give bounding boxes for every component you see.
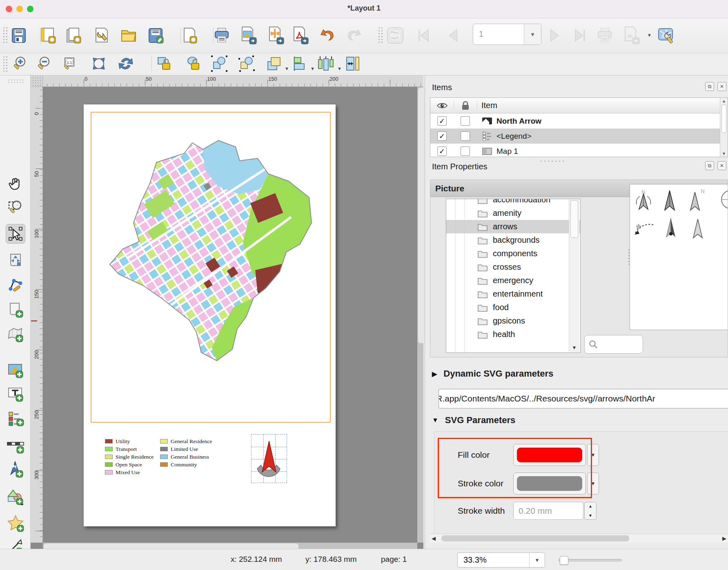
visibility-checkbox[interactable]: ✓ (437, 131, 447, 141)
svg-thumb-compass-rose[interactable] (711, 188, 728, 213)
tree-item-components[interactable]: components (446, 247, 580, 260)
lock-checkbox[interactable] (461, 131, 470, 141)
unlock-all-button[interactable] (185, 55, 203, 73)
items-row-north-arrow[interactable]: ✓ North Arrow (430, 113, 720, 129)
add-page-button[interactable] (6, 300, 25, 320)
layout-manager-button[interactable] (92, 26, 111, 45)
zoom-tool[interactable] (6, 197, 25, 217)
north-arrow-item[interactable] (251, 434, 287, 483)
panel-splitter[interactable] (539, 160, 564, 163)
tree-item-crosses[interactable]: crosses (446, 260, 580, 274)
chevron-down-icon[interactable]: ▼ (524, 24, 541, 44)
redo-button[interactable] (345, 26, 365, 45)
save-as-template-button[interactable] (146, 26, 165, 45)
add-marker-button[interactable] (6, 514, 25, 533)
distribute-items-button[interactable] (317, 55, 335, 73)
group-items-button[interactable] (210, 55, 228, 73)
save-project-button[interactable] (9, 26, 29, 45)
stroke-width-spinner[interactable]: ▲▼ (584, 502, 597, 520)
open-template-button[interactable] (119, 26, 138, 45)
export-svg-button[interactable] (266, 26, 285, 45)
stroke-color-button[interactable] (513, 472, 586, 495)
toolbar-grip[interactable] (2, 55, 8, 72)
duplicate-layout-button[interactable] (63, 26, 83, 45)
align-items-button[interactable] (291, 55, 309, 73)
zoom-actual-size-button[interactable]: 1:1 (61, 55, 79, 73)
zoom-full-button[interactable] (90, 55, 108, 73)
resize-items-button[interactable] (343, 55, 361, 73)
properties-horizontal-scrollbar[interactable]: ◀ ▶ (430, 534, 728, 543)
scroll-up-icon[interactable]: ▲ (720, 99, 728, 103)
scroll-right-icon[interactable]: ▶ (722, 535, 726, 541)
lock-checkbox[interactable] (461, 116, 470, 126)
svg-parameters-header[interactable]: ▼ SVG Parameters (432, 415, 515, 426)
canvas-vertical-scrollbar[interactable] (417, 87, 423, 543)
add-label-button[interactable] (6, 384, 25, 404)
stroke-width-field[interactable]: 0.20 mm (513, 502, 583, 520)
chevron-down-icon[interactable]: ▼ (647, 33, 652, 38)
ungroup-items-button[interactable] (238, 55, 256, 73)
float-panel-icon[interactable]: ⧉ (705, 161, 714, 170)
print-button[interactable] (212, 26, 232, 45)
float-panel-icon[interactable]: ⧉ (705, 82, 714, 91)
last-feature-button[interactable] (570, 26, 590, 45)
visibility-checkbox[interactable]: ✓ (437, 146, 447, 156)
scroll-down-icon[interactable]: ▼ (720, 151, 728, 156)
export-image-button[interactable] (238, 26, 258, 45)
toolbar-grip[interactable] (378, 27, 383, 44)
svg-folder-tree[interactable]: accommodation amenity arrows backgrounds… (446, 199, 581, 353)
zoom-slider[interactable] (559, 559, 622, 561)
zoom-out-button[interactable] (35, 55, 53, 73)
svg-thumb-arrow-outline[interactable] (686, 216, 709, 242)
close-panel-icon[interactable]: ✕ (717, 161, 726, 170)
layout-canvas[interactable]: 0 50 100 150 200 0 50 100 150 200 250 30… (31, 75, 423, 549)
svg-thumb-dashed-curve-arrow[interactable] (632, 216, 655, 242)
add-picture-button[interactable] (6, 361, 25, 380)
add-scalebar-button[interactable] (6, 436, 25, 456)
tree-item-entertainment[interactable]: entertainment (446, 287, 580, 301)
zoom-slider-knob[interactable] (560, 556, 568, 565)
tree-item-accommodation[interactable]: accommodation (446, 199, 580, 206)
items-list[interactable]: Item ✓ North Arrow ✓ <Legend> ✓ Map 1 (430, 98, 728, 157)
print-atlas-button[interactable] (595, 26, 614, 45)
fill-color-button[interactable] (513, 444, 586, 466)
undo-button[interactable] (317, 26, 336, 45)
export-atlas-button[interactable] (621, 26, 641, 45)
raise-items-button[interactable] (265, 55, 283, 73)
add-map-button[interactable] (6, 325, 25, 344)
layout-page[interactable]: Utility Transport Single Residence Open … (84, 104, 336, 526)
tree-item-arrows[interactable]: arrows (446, 220, 580, 233)
items-row-legend[interactable]: ✓ <Legend> (430, 129, 720, 144)
canvas-horizontal-scrollbar[interactable] (43, 543, 417, 549)
dynamic-svg-parameters-header[interactable]: ▶ Dynamic SVG parameters (432, 368, 553, 379)
svg-path-field[interactable]: R.app/Contents/MacOS/../Resources/svg//a… (439, 389, 728, 408)
new-report-button[interactable] (179, 26, 199, 45)
lock-checkbox[interactable] (461, 146, 470, 156)
add-legend-button[interactable] (6, 409, 25, 428)
close-panel-icon[interactable]: ✕ (717, 82, 726, 91)
items-scrollbar[interactable]: ▲ ▼ (720, 98, 728, 157)
toolbox-grip[interactable] (7, 79, 24, 84)
chevron-down-icon[interactable]: ▼ (337, 66, 342, 71)
export-pdf-button[interactable] (290, 26, 310, 45)
refresh-button[interactable] (117, 55, 135, 73)
add-shape-button[interactable] (6, 487, 25, 507)
first-feature-button[interactable] (414, 26, 434, 45)
visibility-checkbox[interactable]: ✓ (437, 116, 447, 126)
pan-tool[interactable] (6, 173, 25, 193)
map-item[interactable] (95, 135, 332, 376)
select-move-item-tool[interactable] (6, 224, 25, 244)
tree-item-health[interactable]: health (446, 328, 580, 341)
svg-thumb-north-arrow-compass[interactable]: N (632, 188, 655, 213)
items-row-map[interactable]: ✓ Map 1 (430, 144, 720, 157)
move-content-tool[interactable] (6, 250, 25, 270)
svg-thumb-arrow-solid[interactable] (659, 188, 681, 213)
svg-thumb-compass-needle[interactable] (659, 216, 682, 242)
add-north-arrow-button[interactable] (6, 460, 25, 479)
previous-feature-button[interactable] (443, 26, 463, 45)
atlas-settings-button[interactable] (657, 26, 676, 45)
svg-preview-list[interactable]: N N (630, 184, 728, 330)
svg-search-field[interactable] (584, 335, 643, 354)
scroll-down-icon[interactable]: ▼ (569, 345, 579, 350)
chevron-down-icon[interactable]: ▼ (310, 66, 315, 71)
